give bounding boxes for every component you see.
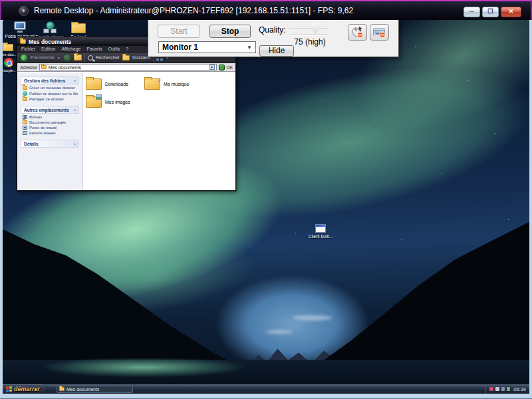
folders-icon[interactable]: [122, 55, 130, 61]
chevron-down-icon: ▼: [247, 45, 252, 51]
restore-button[interactable]: ❐: [482, 7, 499, 17]
explorer-file-area: Downloads ♪ Ma musique Mes images: [83, 73, 235, 190]
address-input[interactable]: Mes documents ▼: [39, 64, 217, 70]
menu-affichage[interactable]: Affichage: [61, 47, 80, 51]
folder-icon: [71, 23, 86, 33]
wallpaper-lake-glow: [35, 358, 277, 381]
wallpaper-stars: [3, 20, 3, 21]
back-icon[interactable]: ←: [20, 54, 28, 62]
wallpaper-cloud: [293, 315, 332, 321]
menu-help[interactable]: ?: [126, 47, 128, 51]
menu-fichier[interactable]: Fichier: [21, 47, 35, 51]
task-section-header[interactable]: Autres emplacements»: [21, 106, 79, 114]
tray-status-icon[interactable]: [489, 387, 493, 391]
shared-folder-icon: [23, 120, 27, 124]
monitor-select[interactable]: Monitor 1 ▼: [158, 41, 256, 53]
music-folder-icon: ♪: [144, 78, 160, 90]
menu-favoris[interactable]: Favoris: [86, 47, 102, 51]
folder-icon: [3, 44, 13, 51]
desktop-icon-client-built[interactable]: Client-built...: [305, 224, 336, 239]
system-tray: 06:39: [485, 384, 529, 394]
window-frame-bottom: [0, 394, 532, 399]
remote-desktop-viewport[interactable]: Poste de travail Favoris réseau Payload …: [3, 20, 529, 394]
up-folder-icon[interactable]: [74, 55, 82, 61]
back-label[interactable]: Précédente: [31, 55, 55, 60]
place-item-documents-partages[interactable]: Documents partagés: [21, 119, 79, 124]
my-computer-icon: [13, 21, 27, 33]
photo-icon: [96, 94, 102, 100]
taskbar-task-mes-documents[interactable]: Mes documents: [57, 386, 133, 393]
mouse-block-icon: [350, 26, 364, 39]
address-label: Adresse: [20, 65, 37, 70]
go-arrow-icon[interactable]: →: [219, 65, 225, 70]
chrome-icon: [4, 58, 13, 67]
search-icon[interactable]: [88, 55, 93, 61]
task-section-details: Détails»: [21, 140, 79, 148]
block-keyboard-button[interactable]: [370, 24, 389, 41]
address-dropdown-icon[interactable]: ▼: [209, 65, 215, 70]
file-item-ma-musique[interactable]: ♪ Ma musique: [144, 78, 189, 90]
chevron-up-icon: »: [74, 108, 76, 112]
file-item-mes-images[interactable]: Mes images: [86, 96, 130, 108]
new-folder-icon: [23, 86, 27, 90]
minimize-button[interactable]: ─: [464, 7, 480, 17]
search-label[interactable]: Rechercher: [96, 55, 120, 60]
hide-button[interactable]: Hide: [259, 45, 294, 57]
windows-flag-icon: [6, 386, 12, 392]
quality-slider-thumb[interactable]: [312, 23, 319, 34]
place-item-bureau[interactable]: Bureau: [21, 114, 79, 119]
folder-icon: [20, 39, 26, 44]
share-folder-icon: [23, 97, 27, 101]
network-icon: [23, 131, 27, 135]
tray-volume-icon[interactable]: [501, 387, 505, 391]
toolbar-divider: [84, 54, 85, 62]
my-computer-icon: [23, 126, 27, 130]
taskbar-clock: 06:39: [513, 386, 526, 392]
music-note-icon: ♪: [158, 76, 161, 83]
back-dropdown-icon[interactable]: ▼: [57, 56, 61, 60]
menu-outils[interactable]: Outils: [108, 47, 120, 51]
task-section-header[interactable]: Détails»: [21, 140, 79, 148]
start-menu-button[interactable]: démarrer: [3, 384, 47, 394]
address-value: Mes documents: [49, 65, 81, 70]
file-item-downloads[interactable]: Downloads: [86, 78, 128, 90]
place-item-poste-de-travail[interactable]: Poste de travail: [21, 124, 79, 130]
network-places-icon: [43, 21, 57, 33]
explorer-task-pane: Gestion des fichiers» Créer un nouveau d…: [17, 73, 83, 190]
start-button[interactable]: Start: [158, 25, 200, 38]
tray-display-icon[interactable]: [495, 387, 499, 391]
quality-label: Quality:: [259, 25, 286, 35]
folder-icon: [86, 78, 102, 90]
block-mouse-button[interactable]: [348, 24, 367, 41]
explorer-window: Mes documents Fichier Edition Affichage …: [17, 37, 236, 191]
task-section-other-places: Autres emplacements» Bureau Documents pa…: [21, 106, 79, 135]
explorer-address-bar: Adresse Mes documents ▼ → OK: [17, 63, 235, 72]
globe-icon: [23, 91, 27, 96]
forward-icon[interactable]: →: [63, 54, 71, 62]
menu-edition[interactable]: Edition: [41, 47, 55, 51]
remote-control-panel: Start Stop Quality: 75 (high): [148, 20, 399, 57]
chevron-down-icon: »: [74, 142, 76, 146]
quality-slider-groove: [290, 35, 329, 36]
close-button[interactable]: ✕: [501, 7, 521, 17]
go-label[interactable]: OK: [227, 65, 233, 70]
tray-network-icon[interactable]: [507, 387, 510, 391]
remote-taskbar: démarrer Mes documents 06:39: [3, 384, 529, 394]
quality-slider-track[interactable]: [289, 28, 329, 29]
explorer-title: Mes documents: [29, 39, 71, 45]
chevron-up-icon: »: [74, 78, 76, 82]
task-item-publish-web[interactable]: Publier ce dossier sur le Web: [21, 90, 79, 96]
app-title: Remote Desktop - Administrateur@PHROZEN-…: [34, 6, 353, 15]
stop-button[interactable]: Stop: [209, 25, 251, 38]
task-item-share-folder[interactable]: Partager ce dossier: [21, 96, 79, 101]
app-icon: ✦: [19, 6, 29, 16]
task-item-new-folder[interactable]: Créer un nouveau dossier: [21, 84, 79, 90]
keyboard-block-icon: [372, 26, 386, 39]
place-item-favoris-reseau[interactable]: Favoris réseau: [21, 130, 79, 135]
quality-value: 75 (high): [287, 37, 333, 47]
app-title-bar: ✦ Remote Desktop - Administrateur@PHROZE…: [0, 0, 532, 20]
folder-icon: [41, 65, 47, 69]
application-window-icon: [315, 224, 326, 233]
task-section-header[interactable]: Gestion des fichiers»: [21, 76, 79, 84]
task-section-file-management: Gestion des fichiers» Créer un nouveau d…: [21, 76, 79, 101]
